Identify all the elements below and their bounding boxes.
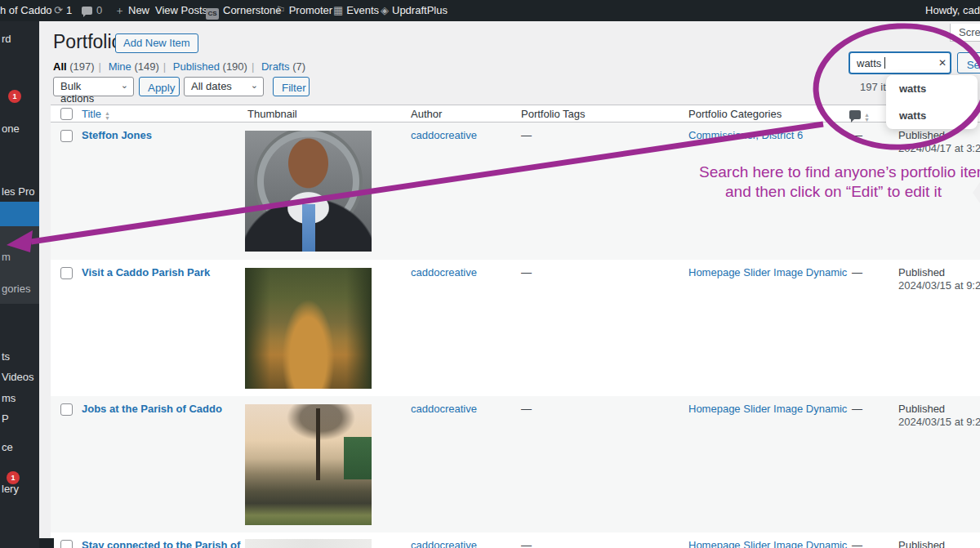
view-mine-count: (149) — [134, 60, 158, 73]
row-author-link[interactable]: caddocreative — [411, 129, 477, 141]
sidebar-item-dashboard[interactable]: rd — [2, 33, 11, 45]
row-checkbox[interactable] — [60, 130, 73, 142]
admin-bar-updraftplus[interactable]: ◈UpdraftPlus — [381, 0, 448, 21]
bulk-actions-select[interactable]: Bulk actions⌄ — [53, 77, 134, 96]
separator: | — [99, 60, 101, 73]
sidebar-item-gallery[interactable]: lery — [2, 483, 19, 495]
view-all-link[interactable]: All — [53, 60, 67, 73]
cornerstone-icon: CS — [206, 8, 219, 20]
calendar-icon: ▦ — [333, 0, 343, 21]
row-checkbox[interactable] — [60, 540, 73, 548]
row-date: 2024/03/15 at 9:22 am — [898, 416, 980, 428]
row-categories-link[interactable]: Homepage Slider Image Dynamic — [688, 266, 847, 278]
sort-arrows-icon: ▲▼ — [864, 113, 870, 123]
column-header-categories: Portfolio Categories — [688, 108, 782, 120]
separator: | — [252, 60, 254, 73]
column-header-author: Author — [411, 108, 442, 120]
row-title-link[interactable]: Jobs at the Parish of Caddo — [82, 403, 222, 415]
table-header: Title▲▼ Thumbnail Author Portfolio Tags … — [51, 105, 980, 123]
row-comments: — — [852, 266, 862, 278]
table-row: Jobs at the Parish of Caddo caddocreativ… — [51, 396, 980, 532]
admin-bar-new[interactable]: ＋New — [114, 0, 149, 21]
row-author-link[interactable]: caddocreative — [411, 403, 477, 415]
admin-bar-events[interactable]: ▦Events — [333, 0, 379, 21]
select-all-checkbox[interactable] — [60, 108, 73, 120]
clear-search-icon[interactable]: ✕ — [936, 56, 949, 69]
apply-button[interactable]: Apply — [139, 77, 180, 96]
row-date: 2024/04/17 at 3:26 pm — [898, 142, 980, 154]
admin-bar-cornerstone[interactable]: CSCornerstone — [206, 0, 282, 21]
sidebar-subitem-add-new[interactable]: m — [2, 251, 11, 263]
wordpress-admin-page: h of Caddo ⟳1 0 ＋New View Posts CSCorner… — [0, 0, 980, 548]
view-published-link[interactable]: Published — [173, 60, 220, 73]
table-row: Steffon Jones caddocreative — Commission… — [51, 123, 980, 260]
row-checkbox[interactable] — [60, 403, 73, 416]
screen-options-tab[interactable]: Screen — [950, 24, 980, 42]
suggestion-item[interactable]: watts — [886, 102, 978, 129]
page-title: Portfolio — [53, 31, 122, 53]
view-drafts-count: (7) — [292, 60, 305, 73]
active-menu-arrow — [973, 182, 980, 203]
admin-bar-promoter[interactable]: ⚐Promoter — [276, 0, 332, 21]
row-comments: — — [852, 129, 862, 141]
row-title-link[interactable]: Stay connected to the Parish of — [82, 539, 240, 548]
column-header-comments[interactable]: ▲▼ — [849, 109, 870, 123]
view-published-count: (190) — [223, 60, 247, 73]
row-thumbnail-swamp[interactable] — [245, 404, 372, 525]
view-filter-links: All (197)| Mine (149)| Published (190)| … — [53, 60, 305, 73]
filter-button[interactable]: Filter — [273, 77, 310, 96]
row-tags: — — [521, 403, 532, 415]
suggestion-item[interactable]: watts — [886, 75, 978, 102]
row-author-link[interactable]: caddocreative — [411, 266, 477, 278]
row-author-link[interactable]: caddocreative — [411, 539, 477, 548]
sidebar-item-p[interactable]: P — [2, 412, 9, 425]
table-row: Stay connected to the Parish of caddocre… — [51, 532, 980, 548]
row-status: Published — [898, 129, 945, 141]
comments-icon — [82, 7, 92, 15]
row-tags: — — [521, 129, 532, 141]
plus-icon: ＋ — [114, 0, 125, 21]
row-title-link[interactable]: Visit a Caddo Parish Park — [82, 266, 210, 278]
sort-arrows-icon: ▲▼ — [105, 111, 110, 121]
row-thumbnail[interactable] — [245, 539, 372, 548]
column-header-tags: Portfolio Tags — [521, 108, 586, 120]
admin-bar-site-name[interactable]: h of Caddo — [0, 0, 52, 21]
admin-bar-view-posts[interactable]: View Posts — [155, 0, 207, 21]
updates-icon: ⟳ — [54, 0, 63, 21]
add-new-item-button[interactable]: Add New Item — [115, 33, 198, 53]
search-suggestions-dropdown: watts watts — [886, 75, 978, 129]
admin-bar-updates[interactable]: ⟳1 — [54, 0, 72, 21]
row-checkbox[interactable] — [60, 267, 73, 279]
column-header-title[interactable]: Title▲▼ — [82, 108, 110, 121]
view-drafts-link[interactable]: Drafts — [261, 60, 290, 73]
sidebar-item-cornerstone[interactable]: one — [2, 123, 20, 135]
admin-bar-comments[interactable]: 0 — [82, 0, 102, 21]
admin-sidebar: rd 1 one les Pro m gories ts Videos ms P… — [0, 21, 39, 548]
view-mine-link[interactable]: Mine — [109, 60, 131, 73]
sidebar-item-ts[interactable]: ts — [2, 350, 10, 363]
chevron-down-icon: ⌄ — [121, 80, 128, 91]
dates-filter-select[interactable]: All dates⌄ — [184, 77, 264, 96]
sidebar-item-ce[interactable]: ce — [2, 441, 13, 453]
row-title-link[interactable]: Steffon Jones — [82, 129, 152, 141]
admin-bar: h of Caddo ⟳1 0 ＋New View Posts CSCorner… — [0, 0, 980, 21]
comment-bubble-icon — [849, 110, 861, 119]
sidebar-item-ms[interactable]: ms — [2, 392, 16, 404]
admin-bar-howdy[interactable]: Howdy, cad — [925, 0, 980, 21]
sidebar-item-slides-pro[interactable]: les Pro — [2, 185, 34, 198]
row-status: Published — [898, 539, 945, 548]
row-status: Published — [898, 266, 945, 278]
row-categories-link[interactable]: Commissioner, District 6 — [688, 129, 803, 141]
chevron-down-icon: ⌄ — [251, 80, 258, 91]
row-comments: — — [852, 403, 862, 415]
sidebar-item-videos[interactable]: Videos — [2, 371, 34, 383]
view-all-count: (197) — [69, 60, 94, 73]
row-thumbnail-park-bridge[interactable] — [245, 268, 372, 389]
row-categories-link[interactable]: Homepage Slider Image Dynamic — [688, 539, 847, 548]
row-thumbnail-steffon-jones[interactable] — [245, 131, 372, 252]
sidebar-subitem-categories[interactable]: gories — [2, 283, 30, 295]
search-button[interactable]: Sea — [957, 52, 980, 74]
sidebar-item-portfolio-active[interactable] — [0, 202, 39, 226]
row-categories-link[interactable]: Homepage Slider Image Dynamic — [688, 403, 847, 415]
separator: | — [163, 60, 166, 73]
